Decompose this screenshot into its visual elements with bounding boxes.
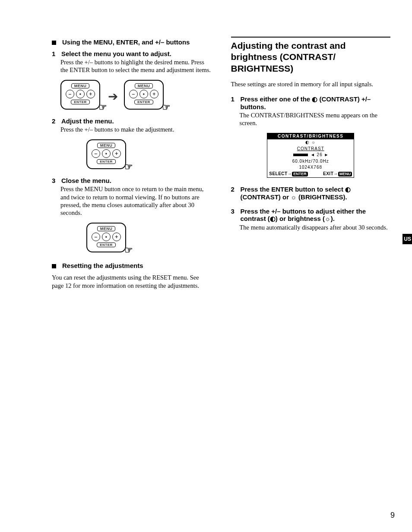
subhead-using-menu: Using the MENU, ENTER, and +/– buttons [52,38,212,46]
osd-title: CONTRAST/BRIGHTNESS [267,133,354,140]
osd-screenshot: CONTRAST/BRIGHTNESS ◐ ☼ CONTRAST ◄ 26 ► … [267,133,354,178]
osd-icons: ◐ ☼ [267,139,354,146]
minus-button-icon: – [66,90,74,98]
hand-pointer-icon: ☞ [124,245,133,256]
right-step2: 2 Press the ENTER button to select ◐ (CO… [231,186,391,201]
control-panel-icon: MENU – • + ENTER ☞ [124,80,164,110]
hand-pointer-icon: ☞ [162,102,171,113]
osd-freq: 60.0kHz/70.0Hz [267,158,354,165]
osd-value-row: ◄ 26 ► [267,152,354,158]
subhead-resetting: Resetting the adjustments [52,262,212,269]
section-intro: These settings are stored in memory for … [231,80,391,88]
bullet-icon [52,41,56,45]
control-panel-icon: MENU – • + ENTER ☞ [86,139,126,169]
left-step1: 1 Select the menu you want to adjust. [52,50,212,57]
section-heading: Adjusting the contrast and brightness (C… [231,40,391,74]
plus-button-icon: + [86,90,95,98]
left-step2: 2 Adjust the menu. [52,117,212,125]
left-column: Using the MENU, ENTER, and +/– buttons 1… [52,37,212,297]
osd-res: 1024X768 [267,164,354,171]
osd-value: 26 [317,152,323,157]
enter-tag-icon: ENTER [292,172,308,176]
rule-icon [231,37,391,38]
arrow-right-icon: ► [324,152,329,157]
subhead-text: Using the MENU, ENTER, and +/– buttons [62,38,190,46]
bar-icon [293,154,308,156]
step-number: 1 [52,50,58,57]
control-panel-icon: MENU – • + ENTER ☞ [60,80,100,110]
right-column: Adjusting the contrast and brightness (C… [231,37,391,297]
bullet-icon [52,264,56,268]
osd-footer: SELECT→ENTER EXIT→MENU [267,171,354,178]
control-panel-icon: MENU – • + ENTER ☞ [86,223,126,252]
step-title: Select the menu you want to adjust. [61,50,212,57]
left-step3: 3 Close the menu. [52,177,212,184]
hand-pointer-icon: ☞ [98,102,108,113]
menu-tag-icon: MENU [338,172,352,176]
edge-tab: US [402,234,412,244]
arrow-right-icon: ➔ [108,89,118,104]
step-body: Press the +/– buttons to highlight the d… [60,58,212,74]
right-step3: 3 Press the +/– buttons to adjust either… [231,208,391,223]
illustration-step1: MENU – • + ENTER ☞ ➔ MENU – • + [60,80,212,110]
illustration-step2: MENU – • + ENTER ☞ [86,139,212,169]
illustration-step3: MENU – • + ENTER ☞ [86,223,212,252]
page-number: 9 [390,511,395,520]
right-step1: 1 Press either one of the ◐ (CONTRAST) +… [231,95,391,110]
center-button-icon: • [76,90,85,98]
reset-body: You can reset the adjustments using the … [52,274,212,290]
hand-pointer-icon: ☞ [124,161,133,173]
arrow-left-icon: ◄ [311,152,315,157]
osd-label: CONTRAST [267,146,354,152]
